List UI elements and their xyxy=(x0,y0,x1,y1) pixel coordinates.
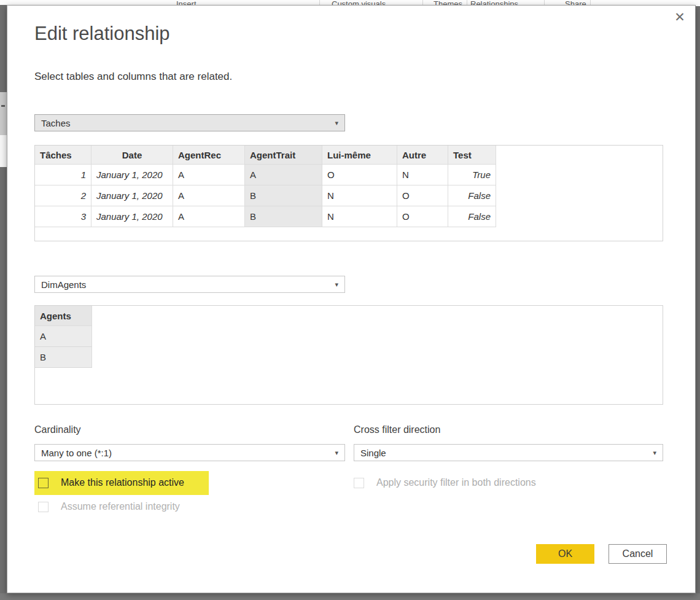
backdrop-panel-fragment xyxy=(1,105,5,107)
row-filler xyxy=(496,165,663,185)
cell-selected-column[interactable]: B xyxy=(245,185,322,206)
backdrop-right-edge xyxy=(696,6,700,593)
backdrop-panel-fragment xyxy=(0,135,7,167)
cell[interactable]: N xyxy=(322,206,397,227)
cell[interactable]: O xyxy=(322,165,397,185)
cardinality-label: Cardinality xyxy=(34,424,81,435)
assume-referential-integrity-checkbox xyxy=(38,502,49,512)
cell[interactable]: False xyxy=(448,206,496,227)
cell[interactable]: N xyxy=(322,185,397,206)
cell-selected-column[interactable]: A xyxy=(245,165,322,185)
row-filler xyxy=(92,326,663,347)
cardinality-dropdown[interactable]: Many to one (*:1) ▾ xyxy=(34,444,345,461)
table2-preview: Agents A B xyxy=(34,305,663,405)
column-header-agenttrait-selected[interactable]: AgentTrait xyxy=(245,146,322,165)
header-filler xyxy=(496,146,663,165)
backdrop-panel-fragment xyxy=(0,92,7,135)
cell[interactable]: A xyxy=(173,185,245,206)
header-filler xyxy=(92,306,663,326)
ribbon-strip: Insert Custom visuals Themes Relationshi… xyxy=(0,0,700,5)
table2-header-row: Agents xyxy=(35,306,663,326)
column-header-autre[interactable]: Autre xyxy=(397,146,448,165)
chevron-down-icon: ▾ xyxy=(653,450,656,456)
cross-filter-dropdown[interactable]: Single ▾ xyxy=(354,444,663,461)
cell[interactable]: N xyxy=(397,165,448,185)
cell-selected-column[interactable]: A xyxy=(35,326,92,347)
edit-relationship-dialog: ✕ Edit relationship Select tables and co… xyxy=(7,5,696,593)
apply-security-filter-label: Apply security filter in both directions xyxy=(376,477,536,488)
cell[interactable]: A xyxy=(173,165,245,185)
cell[interactable]: 3 xyxy=(35,206,91,227)
table1-selector-value: Taches xyxy=(41,118,71,128)
table-row: 2 January 1, 2020 A B N O False xyxy=(35,185,663,206)
cell[interactable]: A xyxy=(173,206,245,227)
table1-header-row: Tâches Date AgentRec AgentTrait Lui-même… xyxy=(35,146,663,165)
dialog-subtitle: Select tables and columns that are relat… xyxy=(34,71,232,83)
ribbon-tab-custom-visuals: Custom visuals xyxy=(332,0,386,5)
screen: Insert Custom visuals Themes Relationshi… xyxy=(0,0,700,600)
cell[interactable]: 1 xyxy=(35,165,91,185)
cell[interactable]: O xyxy=(397,206,448,227)
ribbon-tab-themes: Themes xyxy=(434,0,462,5)
ribbon-separator xyxy=(319,0,320,5)
table2-selector-value: DimAgents xyxy=(41,279,86,290)
make-relationship-active-label[interactable]: Make this relationship active xyxy=(61,477,184,488)
cross-filter-label: Cross filter direction xyxy=(354,424,440,435)
chevron-down-icon: ▾ xyxy=(335,120,338,127)
cell-selected-column[interactable]: B xyxy=(245,206,322,227)
table-row: 3 January 1, 2020 A B N O False xyxy=(35,206,663,227)
cardinality-value: Many to one (*:1) xyxy=(41,448,112,458)
cell[interactable]: False xyxy=(448,185,496,206)
cell[interactable]: January 1, 2020 xyxy=(91,165,173,185)
table1-preview: Tâches Date AgentRec AgentTrait Lui-même… xyxy=(34,145,663,241)
column-header-luimeme[interactable]: Lui-même xyxy=(322,146,397,165)
table2-selector-dropdown[interactable]: DimAgents ▾ xyxy=(34,276,345,293)
table-row: A xyxy=(35,326,663,347)
row-filler xyxy=(496,185,663,206)
cell[interactable]: January 1, 2020 xyxy=(91,185,173,206)
ribbon-tab-insert: Insert xyxy=(176,0,196,5)
table-row: B xyxy=(35,347,663,368)
cell[interactable]: O xyxy=(397,185,448,206)
row-filler xyxy=(496,206,663,227)
cell-selected-column[interactable]: B xyxy=(35,347,92,368)
ok-button[interactable]: OK xyxy=(536,544,594,564)
ribbon-separator xyxy=(467,0,467,5)
chevron-down-icon: ▾ xyxy=(335,450,338,456)
column-header-agentrec[interactable]: AgentRec xyxy=(173,146,245,165)
backdrop-bottom-edge xyxy=(0,593,700,600)
table-row: 1 January 1, 2020 A A O N True xyxy=(35,165,663,185)
cross-filter-value: Single xyxy=(360,448,386,458)
row-filler xyxy=(92,347,663,368)
dialog-title: Edit relationship xyxy=(34,23,170,45)
chevron-down-icon: ▾ xyxy=(335,281,338,288)
ribbon-separator xyxy=(544,0,545,5)
make-relationship-active-checkbox[interactable] xyxy=(38,478,49,488)
cell[interactable]: 2 xyxy=(35,185,91,206)
column-header-agents-selected[interactable]: Agents xyxy=(35,306,92,326)
assume-referential-integrity-label: Assume referential integrity xyxy=(61,501,180,512)
ribbon-separator xyxy=(590,0,591,5)
cell[interactable]: True xyxy=(448,165,496,185)
backdrop-left-edge xyxy=(0,5,7,593)
ribbon-tab-share: Share xyxy=(565,0,586,5)
ribbon-tab-relationships: Relationships xyxy=(470,0,518,5)
ribbon-separator xyxy=(422,0,423,5)
apply-security-filter-checkbox xyxy=(354,478,364,488)
cancel-button[interactable]: Cancel xyxy=(609,544,667,564)
cell[interactable]: January 1, 2020 xyxy=(91,206,173,227)
column-header-taches[interactable]: Tâches xyxy=(35,146,91,165)
close-icon[interactable]: ✕ xyxy=(672,10,687,25)
column-header-test[interactable]: Test xyxy=(448,146,496,165)
column-header-date[interactable]: Date xyxy=(91,146,173,165)
table1-selector-dropdown[interactable]: Taches ▾ xyxy=(34,114,345,131)
